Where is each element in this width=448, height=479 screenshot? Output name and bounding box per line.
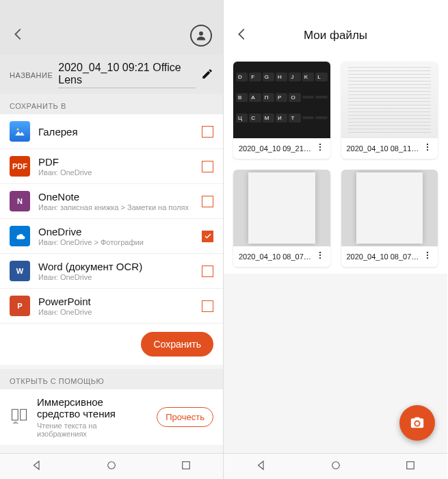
file-thumbnail <box>341 170 438 246</box>
nav-home-icon[interactable] <box>330 459 342 474</box>
checkbox[interactable] <box>202 126 213 138</box>
svg-point-7 <box>427 144 428 145</box>
reader-subtitle: Чтение текста на изображениях <box>37 422 148 438</box>
file-card[interactable]: 2020_04_10 08_07 … <box>233 170 330 267</box>
save-target-row[interactable]: WWord (документ OCR)Иван: OneDrive <box>0 254 223 289</box>
svg-point-4 <box>319 144 320 145</box>
svg-point-14 <box>427 255 428 256</box>
file-thumbnail: DFGHJKLВАПРОЦСМИТ <box>233 62 330 138</box>
checkbox[interactable] <box>202 300 213 312</box>
nav-back-icon[interactable] <box>255 459 267 474</box>
file-name: 2020_04_10 08_07 … <box>347 253 421 261</box>
save-target-row[interactable]: PDFPDFИван: OneDrive <box>0 149 223 184</box>
book-audio-icon <box>10 406 29 428</box>
file-card[interactable]: DFGHJKLВАПРОЦСМИТ2020_04_10 09_21 … <box>233 62 330 159</box>
file-name: 2020_04_10 08_11 … <box>347 144 421 153</box>
open-with-label: ОТКРЫТЬ С ПОМОЩЬЮ <box>0 369 223 389</box>
profile-icon[interactable] <box>190 25 212 47</box>
filename-row: НАЗВАНИЕ 2020_04_10 09:21 Office Lens <box>0 55 223 94</box>
nav-back-icon[interactable] <box>31 459 43 474</box>
filename-input[interactable]: 2020_04_10 09:21 Office Lens <box>58 62 196 88</box>
row-title: OneDrive <box>38 226 194 237</box>
row-title: OneNote <box>38 191 194 203</box>
camera-fab[interactable] <box>399 405 435 441</box>
page-title: Мои файлы <box>250 29 421 42</box>
row-subtitle: Иван: OneDrive <box>38 308 194 316</box>
row-title: Word (документ OCR) <box>38 261 194 272</box>
save-button[interactable]: Сохранить <box>141 332 213 357</box>
file-thumbnail <box>233 170 330 246</box>
nav-recent-icon[interactable] <box>404 459 417 474</box>
save-target-row[interactable]: Галерея <box>0 114 223 149</box>
file-card[interactable]: 2020_04_10 08_07 … <box>341 170 438 267</box>
file-name: 2020_04_10 09_21 … <box>239 144 313 153</box>
read-button[interactable]: Прочесть <box>157 407 213 427</box>
svg-point-13 <box>427 252 428 253</box>
svg-point-12 <box>319 257 320 259</box>
svg-point-0 <box>199 31 203 36</box>
svg-rect-17 <box>406 461 414 469</box>
app-icon <box>10 121 30 142</box>
more-icon[interactable] <box>315 250 325 263</box>
top-bar <box>0 16 223 55</box>
row-subtitle: Иван: записная книжка > Заметки на полях <box>38 203 194 211</box>
checkbox[interactable] <box>202 231 213 242</box>
nav-home-icon[interactable] <box>105 459 118 474</box>
row-title: PowerPoint <box>38 296 194 307</box>
status-bar <box>224 0 447 16</box>
file-name: 2020_04_10 08_07 … <box>239 253 313 261</box>
android-navbar <box>0 453 223 479</box>
svg-point-16 <box>332 461 339 469</box>
files-grid: DFGHJKLВАПРОЦСМИТ2020_04_10 09_21 …2020_… <box>224 55 447 274</box>
svg-point-10 <box>319 252 320 253</box>
more-icon[interactable] <box>423 142 432 155</box>
app-icon: N <box>10 191 30 211</box>
svg-point-2 <box>108 461 116 469</box>
save-target-row[interactable]: PPowerPointИван: OneDrive <box>0 289 223 324</box>
row-title: Галерея <box>38 126 194 138</box>
nav-recent-icon[interactable] <box>180 459 192 474</box>
back-icon[interactable] <box>235 27 250 44</box>
checkbox[interactable] <box>202 196 213 207</box>
svg-rect-3 <box>182 461 189 469</box>
android-navbar <box>224 453 447 479</box>
checkbox[interactable] <box>202 266 213 277</box>
save-targets-list: ГалереяPDFPDFИван: OneDriveNOneNoteИван:… <box>0 114 223 324</box>
svg-point-5 <box>319 146 320 148</box>
filename-label: НАЗВАНИЕ <box>10 71 53 79</box>
status-bar <box>0 0 223 16</box>
svg-point-6 <box>319 149 320 151</box>
row-subtitle: Иван: OneDrive <box>38 168 194 177</box>
svg-point-15 <box>427 257 428 259</box>
more-icon[interactable] <box>423 250 432 263</box>
row-title: PDF <box>38 156 194 168</box>
pencil-icon[interactable] <box>201 68 213 83</box>
immersive-reader-row[interactable]: Иммерсивное средство чтения Чтение текст… <box>0 389 223 445</box>
svg-point-8 <box>427 146 428 148</box>
app-icon: P <box>10 296 30 316</box>
file-card[interactable]: 2020_04_10 08_11 … <box>341 62 438 159</box>
row-subtitle: Иван: OneDrive <box>38 273 194 281</box>
svg-point-11 <box>319 255 320 256</box>
more-icon[interactable] <box>315 142 325 155</box>
app-icon: PDF <box>10 156 30 177</box>
back-icon[interactable] <box>11 27 26 44</box>
save-in-label: СОХРАНИТЬ В <box>0 94 223 114</box>
svg-point-1 <box>17 129 19 131</box>
file-thumbnail <box>341 62 438 138</box>
row-subtitle: Иван: OneDrive > Фотографии <box>38 238 194 246</box>
app-icon <box>10 226 30 246</box>
app-icon: W <box>10 261 30 281</box>
svg-point-9 <box>427 149 428 151</box>
save-row: Сохранить <box>0 324 223 365</box>
top-bar: Мои файлы <box>224 16 447 55</box>
checkbox[interactable] <box>202 161 213 172</box>
reader-title: Иммерсивное средство чтения <box>37 396 148 420</box>
save-target-row[interactable]: OneDriveИван: OneDrive > Фотографии <box>0 219 223 254</box>
save-target-row[interactable]: NOneNoteИван: записная книжка > Заметки … <box>0 184 223 219</box>
